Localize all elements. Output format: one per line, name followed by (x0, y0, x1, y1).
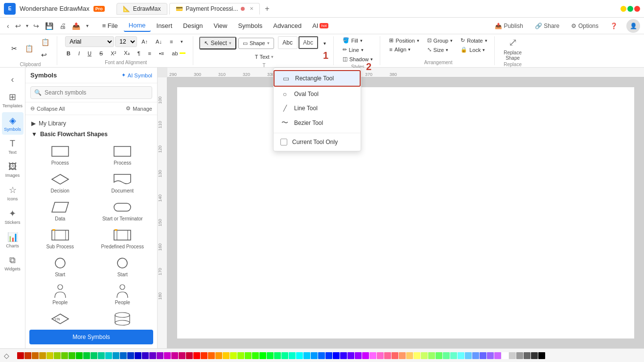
color-swatch[interactable] (46, 352, 53, 359)
canvas-paper[interactable] (177, 87, 634, 338)
color-swatch[interactable] (318, 352, 325, 359)
shape-document[interactable]: Document (92, 169, 154, 196)
color-swatch[interactable] (296, 352, 303, 359)
text-button[interactable]: T Text ▾ (252, 52, 277, 62)
color-swatch[interactable] (208, 352, 215, 359)
color-swatch[interactable] (193, 352, 200, 359)
color-swatch[interactable] (201, 352, 207, 359)
color-swatch[interactable] (502, 352, 508, 359)
paste-button[interactable]: 📋 (38, 36, 53, 48)
underline-button[interactable]: U (84, 48, 95, 58)
dropdown-item-rectangle[interactable]: ▭ Rectangle Tool (274, 70, 361, 87)
shape-start-1[interactable]: Start (29, 253, 91, 280)
color-swatch[interactable] (215, 352, 222, 359)
color-swatch[interactable] (281, 352, 288, 359)
decrease-font[interactable]: A↓ (152, 37, 165, 47)
sidebar-item-icons[interactable]: ☆ Icons (2, 182, 23, 204)
color-swatch[interactable] (443, 352, 450, 359)
color-swatch[interactable] (186, 352, 193, 359)
minimize-button[interactable] (621, 6, 626, 12)
shape-people-2[interactable]: People (92, 281, 154, 308)
share-button[interactable]: 🔗 Share (532, 22, 562, 30)
position-button[interactable]: ⊞ Position ▾ (386, 36, 422, 45)
color-swatch[interactable] (406, 352, 413, 359)
color-swatch[interactable] (531, 352, 538, 359)
color-swatch[interactable] (39, 352, 46, 359)
color-swatch[interactable] (487, 352, 494, 359)
bold-button[interactable]: B (63, 48, 74, 58)
subscript-button[interactable]: X₂ (120, 48, 133, 58)
sidebar-item-charts[interactable]: 📊 Charts (2, 229, 23, 251)
color-swatch[interactable] (465, 352, 472, 359)
sidebar-item-widgets[interactable]: ⧉ Widgets (2, 252, 23, 274)
export-button[interactable]: 📤 (69, 20, 83, 32)
color-swatch[interactable] (142, 352, 149, 359)
symbol-search-input[interactable] (30, 86, 152, 99)
user-avatar[interactable]: 👤 (626, 19, 640, 33)
color-swatch[interactable] (113, 352, 119, 359)
more-styles-btn[interactable]: ▾ (320, 39, 329, 48)
color-swatch[interactable] (274, 352, 281, 359)
color-swatch[interactable] (32, 352, 39, 359)
color-swatch[interactable] (179, 352, 185, 359)
color-swatch[interactable] (61, 352, 68, 359)
color-swatch[interactable] (237, 352, 244, 359)
print-button[interactable]: 🖨 (56, 20, 69, 32)
sidebar-item-text[interactable]: T Text (2, 136, 23, 158)
shape-people-1[interactable]: People (29, 281, 91, 308)
font-color-btn[interactable]: ab (168, 48, 188, 58)
sidebar-item-stickers[interactable]: ✦ Stickers (2, 205, 23, 228)
color-swatch[interactable] (369, 352, 376, 359)
color-swatch[interactable] (267, 352, 274, 359)
color-swatch[interactable] (120, 352, 127, 359)
list-btn[interactable]: •≡ (156, 48, 167, 58)
color-swatch[interactable] (303, 352, 310, 359)
dropdown-item-bezier[interactable]: 〜 Bezier Tool (274, 115, 361, 131)
more-symbols-button[interactable]: More Symbols (29, 330, 153, 344)
shape-sub-process[interactable]: Sub Process (29, 225, 91, 252)
tab-edrawmax[interactable]: 📐 EdrawMax (116, 3, 167, 15)
shape-database[interactable]: Database (92, 309, 154, 326)
menu-advanced[interactable]: Advanced (268, 20, 306, 31)
color-swatch[interactable] (414, 352, 420, 359)
options-button[interactable]: ⚙ Options (568, 22, 601, 30)
shape-yes-or-no[interactable]: Y/N Yes or No (29, 309, 91, 326)
undo-button[interactable]: ↩ (12, 20, 24, 32)
fill-button[interactable]: 🪣 Fill ▾ (340, 36, 366, 45)
shape-predefined-process[interactable]: Predefined Process (92, 225, 154, 252)
rotate-button[interactable]: ↻ Rotate ▾ (458, 36, 490, 45)
color-swatch[interactable] (384, 352, 391, 359)
shape-decision[interactable]: Decision (29, 169, 91, 196)
color-swatch[interactable] (436, 352, 442, 359)
superscript-button[interactable]: X² (107, 48, 119, 58)
menu-file[interactable]: ≡ File (97, 20, 123, 31)
color-swatch[interactable] (347, 352, 354, 359)
basic-flowchart-header[interactable]: ▼ Basic Flowchart Shapes (28, 129, 154, 140)
color-swatch[interactable] (164, 352, 171, 359)
dropdown-item-line[interactable]: ╱ Line Tool (274, 101, 361, 115)
color-swatch[interactable] (524, 352, 530, 359)
color-swatch[interactable] (340, 352, 347, 359)
style-swatch-text1[interactable]: Abc (278, 36, 298, 49)
shape-data[interactable]: Data (29, 197, 91, 224)
color-swatch[interactable] (230, 352, 237, 359)
style-swatch-text2[interactable]: Abc (299, 36, 318, 49)
color-swatch[interactable] (311, 352, 318, 359)
close-button[interactable] (634, 6, 640, 12)
strikethrough-button[interactable]: S (96, 48, 106, 58)
increase-font[interactable]: A↑ (138, 37, 151, 47)
color-swatch[interactable] (428, 352, 435, 359)
color-swatch[interactable] (480, 352, 486, 359)
cut-button[interactable]: ✂ (8, 43, 21, 54)
color-swatch[interactable] (252, 352, 259, 359)
color-swatch[interactable] (91, 352, 97, 359)
color-swatch[interactable] (127, 352, 134, 359)
color-swatch[interactable] (516, 352, 523, 359)
shape-process-1[interactable]: Process (29, 142, 91, 169)
sidebar-item-images[interactable]: 🖼 Images (2, 159, 23, 181)
color-swatch[interactable] (105, 352, 112, 359)
shadow-button[interactable]: ◫ Shadow ▾ (340, 55, 376, 63)
help-button[interactable]: ❓ (607, 22, 621, 30)
menu-symbols[interactable]: Symbols (233, 20, 267, 31)
shape-button[interactable]: ▭ Shape ▾ (238, 38, 274, 49)
